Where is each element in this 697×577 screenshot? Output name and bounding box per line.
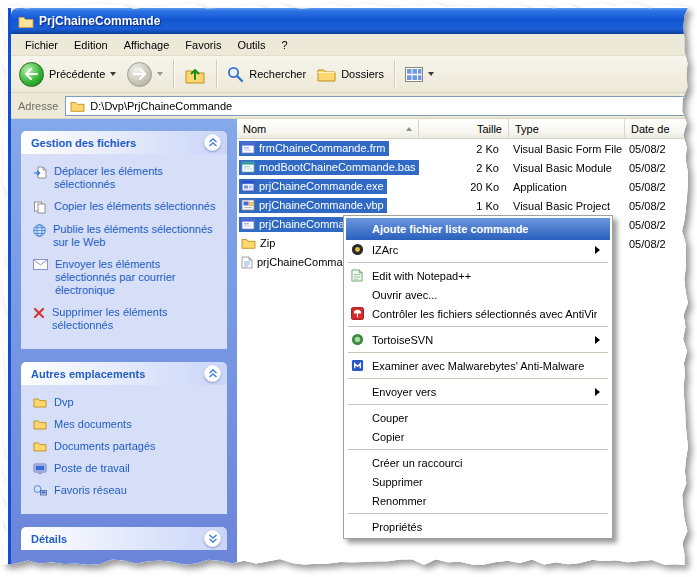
- task-publish-web[interactable]: Publie les éléments sélectionnés sur le …: [33, 223, 221, 249]
- address-input[interactable]: D:\Dvp\PrjChaineCommande: [65, 96, 688, 116]
- vb-module-icon: [241, 161, 255, 173]
- section-details: Détails: [21, 527, 227, 550]
- file-size: 20 Ko: [419, 181, 509, 193]
- back-icon: [19, 62, 44, 87]
- context-item-couper[interactable]: Couper: [346, 408, 610, 427]
- file-name[interactable]: prjChaineComman: [239, 255, 352, 271]
- folder-icon: [33, 419, 47, 430]
- back-button[interactable]: Précédente: [15, 60, 120, 89]
- collapse-button[interactable]: [204, 134, 221, 151]
- task-move-items[interactable]: Déplacer les éléments sélectionnés: [33, 165, 221, 191]
- column-header-taille[interactable]: Taille: [419, 119, 509, 139]
- context-item-renommer[interactable]: Renommer: [346, 491, 610, 510]
- context-item-antivir[interactable]: Contrôler les fichiers sélectionnés avec…: [346, 304, 610, 323]
- publish-web-icon: [33, 224, 46, 237]
- file-name-selected[interactable]: prjChaineCommande.vbp: [239, 198, 387, 213]
- section-title: Détails: [31, 533, 67, 545]
- file-name-selected[interactable]: modBootChaineCommande.bas: [239, 160, 419, 175]
- file-type: Visual Basic Project: [509, 200, 625, 212]
- column-header-nom[interactable]: Nom: [237, 119, 419, 139]
- expand-button[interactable]: [204, 530, 221, 547]
- views-button[interactable]: [401, 65, 438, 84]
- file-name-selected[interactable]: frmChaineCommande.frm: [239, 141, 389, 156]
- context-item-tortoisesvn[interactable]: TortoiseSVN: [346, 330, 610, 349]
- file-row[interactable]: frmChaineCommande.frm 2 Ko Visual Basic …: [237, 139, 688, 158]
- chevron-down-icon: [208, 534, 218, 543]
- menu-edition[interactable]: Edition: [66, 36, 116, 54]
- section-header-autres[interactable]: Autres emplacements: [21, 362, 227, 385]
- title-bar[interactable]: PrjChaineCommande: [11, 8, 688, 34]
- place-mes-documents[interactable]: Mes documents: [33, 418, 221, 431]
- context-item-creer-raccourci[interactable]: Créer un raccourci: [346, 453, 610, 472]
- task-copy-items[interactable]: Copier les éléments sélectionnés: [33, 200, 221, 214]
- place-label: Documents partagés: [54, 440, 156, 453]
- section-header-gestion[interactable]: Gestion des fichiers: [21, 131, 227, 154]
- context-item-ajoute-fichier[interactable]: Ajoute fichier liste commande: [346, 218, 610, 240]
- file-row[interactable]: prjChaineCommande.exe 20 Ko Application …: [237, 177, 688, 196]
- up-button[interactable]: [180, 62, 210, 87]
- column-label: Type: [515, 123, 539, 135]
- file-date: 05/08/2: [625, 162, 688, 174]
- section-header-details[interactable]: Détails: [21, 527, 227, 550]
- menu-aide[interactable]: ?: [274, 36, 296, 54]
- column-header-type[interactable]: Type: [509, 119, 625, 139]
- izarc-icon: [348, 242, 366, 258]
- search-button[interactable]: Rechercher: [223, 64, 310, 85]
- section-body: Dvp Mes documents Documents partagés: [21, 385, 227, 514]
- section-title: Gestion des fichiers: [31, 137, 136, 149]
- search-label: Rechercher: [249, 68, 306, 80]
- folders-button[interactable]: Dossiers: [313, 65, 388, 84]
- column-headers: Nom Taille Type Date de: [237, 119, 688, 139]
- torn-edge-frame: PrjChaineCommande Fichier Edition Affich…: [2, 3, 688, 565]
- vb-form-icon: [241, 218, 255, 230]
- file-name-selected[interactable]: prjChaineComman: [239, 217, 354, 232]
- menu-outils[interactable]: Outils: [229, 36, 273, 54]
- place-poste-de-travail[interactable]: Poste de travail: [33, 462, 221, 475]
- email-icon: [33, 259, 48, 270]
- notepadpp-icon: [348, 268, 366, 284]
- menu-fichier[interactable]: Fichier: [17, 36, 66, 54]
- vb-form-icon: [241, 142, 255, 154]
- back-dropdown-icon[interactable]: [110, 72, 116, 76]
- folder-icon: [241, 237, 256, 249]
- context-item-proprietes[interactable]: Propriétés: [346, 517, 610, 536]
- file-date: 05/08/2: [625, 143, 688, 155]
- place-documents-partages[interactable]: Documents partagés: [33, 440, 221, 453]
- context-item-malwarebytes[interactable]: Examiner avec Malwarebytes' Anti-Malware: [346, 356, 610, 375]
- context-item-envoyer-vers[interactable]: Envoyer vers: [346, 382, 610, 401]
- collapse-button[interactable]: [204, 365, 221, 382]
- place-favoris-reseau[interactable]: Favoris réseau: [33, 484, 221, 497]
- context-item-notepadpp[interactable]: Edit with Notepad++: [346, 266, 610, 285]
- vb-project-icon: [241, 199, 255, 211]
- context-item-izarc[interactable]: IZArc: [346, 240, 610, 259]
- column-header-date[interactable]: Date de: [625, 119, 688, 139]
- task-label: Supprimer les éléments sélectionnés: [52, 306, 221, 332]
- views-dropdown-icon[interactable]: [428, 72, 434, 76]
- menu-favoris[interactable]: Favoris: [177, 36, 229, 54]
- file-size: 2 Ko: [419, 143, 509, 155]
- toolbar-separator: [216, 60, 217, 88]
- file-row[interactable]: prjChaineCommande.vbp 1 Ko Visual Basic …: [237, 196, 688, 215]
- file-name[interactable]: Zip: [239, 236, 278, 251]
- task-delete-items[interactable]: Supprimer les éléments sélectionnés: [33, 306, 221, 332]
- column-label: Taille: [477, 123, 502, 135]
- place-dvp[interactable]: Dvp: [33, 396, 221, 409]
- place-label: Favoris réseau: [54, 484, 127, 497]
- context-item-supprimer[interactable]: Supprimer: [346, 472, 610, 491]
- back-label: Précédente: [49, 68, 105, 80]
- task-label: Publie les éléments sélectionnés sur le …: [53, 223, 221, 249]
- context-item-copier[interactable]: Copier: [346, 427, 610, 446]
- submenu-arrow-icon: [595, 336, 600, 344]
- folders-label: Dossiers: [341, 68, 384, 80]
- menu-affichage[interactable]: Affichage: [116, 36, 178, 54]
- context-item-ouvrir-avec[interactable]: Ouvrir avec...: [346, 285, 610, 304]
- menu-separator: [348, 262, 608, 263]
- toolbar-separator: [173, 60, 174, 88]
- file-row[interactable]: modBootChaineCommande.bas 2 Ko Visual Ba…: [237, 158, 688, 177]
- file-name-selected[interactable]: prjChaineCommande.exe: [239, 179, 387, 194]
- tortoisesvn-icon: [348, 332, 366, 348]
- place-label: Poste de travail: [54, 462, 130, 475]
- task-email-items[interactable]: Envoyer les éléments sélectionnés par co…: [33, 258, 221, 297]
- forward-button[interactable]: [123, 60, 167, 89]
- task-label: Envoyer les éléments sélectionnés par co…: [55, 258, 221, 297]
